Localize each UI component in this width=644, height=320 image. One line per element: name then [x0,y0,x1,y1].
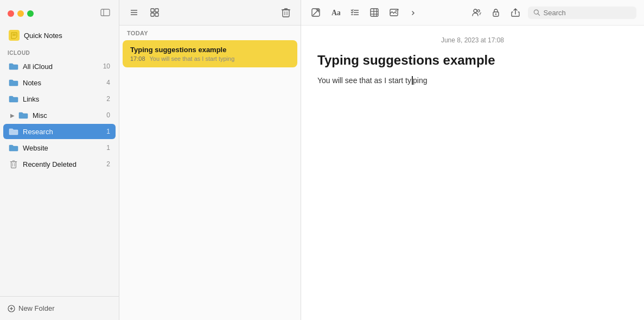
folder-icon [9,143,18,153]
sidebar-top-bar [0,0,119,26]
share-button[interactable] [508,5,522,20]
note-item-time: 17:08 [130,55,145,62]
svg-point-36 [477,10,480,12]
folder-label: Notes [23,79,106,87]
folder-label: Website [23,144,106,152]
sidebar-item-research[interactable]: Research 1 [3,124,116,139]
icloud-label: iCloud [8,50,30,56]
checklist-button[interactable] [348,5,362,20]
folder-count: 0 [106,111,110,119]
delete-note-button[interactable] [279,5,293,20]
svg-text:Aa: Aa [331,9,340,17]
folder-label: Misc [33,111,106,120]
media-expand-button[interactable] [406,5,420,20]
folder-count: 1 [106,128,110,135]
new-folder-label: New Folder [18,304,54,312]
notes-toolbar [119,0,301,26]
chevron-right-icon: ▶ [9,111,16,119]
note-item-title: Typing suggestions example [130,46,290,54]
close-button[interactable] [8,10,14,17]
maximize-button[interactable] [27,10,34,17]
search-icon [533,9,540,16]
quick-notes-icon [9,30,20,41]
editor-body[interactable]: You will see that as I start typing [317,74,628,86]
svg-rect-28 [371,9,378,16]
folder-icon [9,78,18,87]
notes-list: Today Typing suggestions example 17:08 Y… [119,0,301,320]
icloud-section: iCloud [0,45,119,58]
note-list-item[interactable]: Typing suggestions example 17:08 You wil… [123,40,297,67]
folder-label: Links [23,95,106,103]
today-label: Today [119,26,301,39]
sidebar-item-all-icloud[interactable]: All iCloud 10 [3,59,116,74]
svg-line-40 [538,14,540,15]
minimize-button[interactable] [17,10,24,17]
sidebar-item-notes[interactable]: Notes 4 [3,75,116,90]
svg-rect-15 [155,9,158,12]
folder-count: 10 [103,62,110,70]
note-item-preview: You will see that as I start typing [150,55,235,62]
sidebar-item-links[interactable]: Links 2 [3,91,116,106]
new-note-button[interactable] [309,5,323,20]
collaborate-button[interactable] [469,5,483,20]
editor-body-after-cursor: ping [413,76,427,85]
trash-icon [9,159,18,169]
svg-rect-4 [11,162,16,168]
svg-rect-18 [283,10,289,17]
folder-label: Research [23,128,106,136]
editor-content[interactable]: June 8, 2023 at 17:08 Typing suggestions… [301,26,644,320]
svg-point-35 [474,9,477,12]
sidebar-item-recently-deleted[interactable]: Recently Deleted 2 [3,156,116,172]
recently-deleted-label: Recently Deleted [23,160,106,168]
traffic-lights [8,10,34,17]
note-item-meta: 17:08 You will see that as I start typin… [130,55,290,62]
sidebar-footer: New Folder [0,296,119,320]
new-folder-button[interactable]: New Folder [8,302,54,315]
sidebar-toggle-button[interactable] [99,7,111,20]
folder-label: All iCloud [23,62,103,71]
editor-toolbar: Aa [301,0,644,26]
sidebar-item-quick-notes[interactable]: Quick Notes [3,27,116,44]
grid-view-button[interactable] [148,5,162,20]
folder-count: 2 [106,95,110,103]
svg-point-34 [396,10,397,11]
quick-notes-label: Quick Notes [24,32,108,40]
folder-icon [9,127,18,136]
folder-icon [18,110,28,120]
media-button[interactable] [387,5,401,20]
svg-rect-16 [151,13,154,16]
recently-deleted-count: 2 [106,160,110,168]
editor-body-before-cursor: You will see that as I start ty [317,76,411,85]
svg-rect-14 [151,9,154,12]
search-bar [528,7,636,19]
format-button[interactable]: Aa [328,5,342,20]
editor-title: Typing suggestions example [317,53,628,68]
note-editor: Aa [301,0,644,320]
svg-point-38 [495,14,496,15]
folder-count: 4 [106,79,110,86]
list-view-button[interactable] [127,5,141,20]
folder-icon [9,61,18,71]
svg-rect-17 [155,13,158,16]
sidebar-item-misc[interactable]: ▶ Misc 0 [3,108,116,123]
editor-date: June 8, 2023 at 17:08 [317,36,628,44]
sidebar: Quick Notes iCloud All iCloud 10 Notes 4… [0,0,119,320]
folder-count: 1 [106,144,110,152]
svg-rect-0 [101,9,110,16]
folder-icon [9,94,18,104]
lock-button[interactable] [489,5,503,20]
sidebar-item-website[interactable]: Website 1 [3,140,116,155]
search-input[interactable] [544,9,631,17]
table-button[interactable] [367,5,381,20]
